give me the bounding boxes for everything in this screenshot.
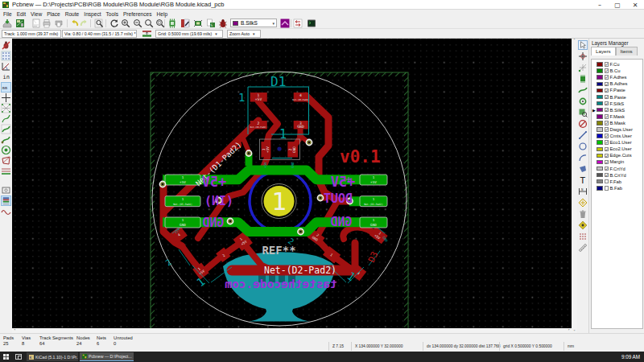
- drc-off-icon[interactable]: [1, 40, 11, 51]
- layer-row[interactable]: Cmts.User: [592, 133, 642, 139]
- taskbar-pcbnew-button[interactable]: Pcbnew — D:\Project...: [80, 352, 134, 361]
- vertical-scrollbar[interactable]: ˄ ˅: [572, 39, 577, 333]
- layer-row-selected[interactable]: ▶B.SilkS: [592, 107, 642, 113]
- layer-row[interactable]: F.SilkS: [592, 101, 642, 107]
- highlight-net-tool-icon[interactable]: [578, 51, 588, 61]
- menu-place[interactable]: Place: [47, 11, 60, 17]
- layer-visibility-checkbox[interactable]: [605, 95, 609, 100]
- layer-row[interactable]: F.Fab: [592, 179, 642, 185]
- layer-row[interactable]: B.Cu: [592, 68, 642, 74]
- layer-visibility-checkbox[interactable]: [605, 179, 609, 184]
- layer-row[interactable]: B.CrtYd: [592, 172, 642, 179]
- layer-row[interactable]: Edge.Cuts: [592, 152, 642, 158]
- add-footprint-icon[interactable]: [578, 74, 588, 84]
- grid-dropdown[interactable]: Grid: 0.5000 mm (19.69 mils) ▾: [155, 30, 223, 38]
- add-text-icon[interactable]: T: [578, 175, 588, 185]
- layers-manager-toggle-icon[interactable]: [280, 19, 290, 28]
- start-button[interactable]: [3, 354, 9, 360]
- maximize-button[interactable]: ▢: [609, 0, 626, 10]
- drill-origin-icon[interactable]: [578, 220, 588, 230]
- add-arc-icon[interactable]: [578, 153, 588, 162]
- menu-view[interactable]: View: [31, 11, 42, 17]
- layer-row[interactable]: F.Cu: [592, 61, 642, 68]
- polar-coords-icon[interactable]: [1, 61, 11, 72]
- board-setup-icon[interactable]: [15, 19, 25, 28]
- cursor-shape-icon[interactable]: [1, 93, 11, 103]
- via-size-dropdown[interactable]: Via: 0.80 / 0.40 mm (31.5 / 15.7 mils) *…: [62, 30, 137, 38]
- scroll-left-icon[interactable]: ˂: [14, 329, 16, 332]
- layer-row[interactable]: B.Adhes: [592, 80, 642, 87]
- python-console-icon[interactable]: [307, 19, 316, 28]
- outline-mode-icon[interactable]: [1, 206, 11, 216]
- zoom-fit-icon[interactable]: [144, 19, 154, 28]
- curved-ratsnest-icon[interactable]: [1, 113, 11, 124]
- zoom-dropdown[interactable]: Zoom Auto ▾: [227, 30, 261, 38]
- footprint-editor-icon[interactable]: [167, 19, 177, 28]
- pads-sketch-icon[interactable]: [1, 185, 11, 195]
- add-dimension-icon[interactable]: N: [578, 187, 588, 196]
- zone-unfill-icon[interactable]: [1, 155, 11, 166]
- menu-preferences[interactable]: Preferences: [123, 11, 152, 17]
- layer-row[interactable]: Margin: [592, 158, 642, 165]
- zone-fill-icon[interactable]: [1, 145, 11, 155]
- highlight-net-icon[interactable]: [1, 124, 11, 134]
- menu-tools[interactable]: Tools: [106, 11, 118, 17]
- redo-icon[interactable]: [79, 19, 89, 28]
- add-circle-icon[interactable]: [578, 142, 588, 151]
- save-icon[interactable]: [2, 19, 12, 28]
- layer-visibility-checkbox[interactable]: [605, 134, 609, 138]
- add-keepout-icon[interactable]: [578, 119, 588, 129]
- plot-icon[interactable]: [54, 19, 64, 28]
- delete-tool-icon[interactable]: [578, 209, 588, 219]
- layer-visibility-checkbox[interactable]: [605, 167, 609, 171]
- menu-edit[interactable]: Edit: [17, 11, 26, 17]
- page-settings-icon[interactable]: [31, 19, 41, 28]
- ratsnest-visibility-icon[interactable]: [1, 103, 11, 113]
- layer-visibility-checkbox[interactable]: [605, 108, 609, 113]
- track-width-dropdown[interactable]: Track: 1.000 mm (39.37 mils) ▾: [2, 30, 61, 38]
- menu-inspect[interactable]: Inspect: [84, 11, 101, 17]
- layer-row[interactable]: Eco2.User: [592, 146, 642, 152]
- layer-row[interactable]: F.Adhes: [592, 74, 642, 80]
- layer-visibility-checkbox[interactable]: [605, 121, 609, 125]
- layer-visibility-checkbox[interactable]: [605, 186, 609, 191]
- layer-row[interactable]: Eco1.User: [592, 139, 642, 146]
- add-zone-icon[interactable]: [578, 108, 588, 117]
- layer-visibility-checkbox[interactable]: [605, 62, 609, 67]
- units-inch-icon[interactable]: in: [1, 72, 11, 82]
- refresh-icon[interactable]: [109, 19, 119, 28]
- add-target-icon[interactable]: [578, 198, 588, 208]
- tracks-sketch-icon[interactable]: [1, 166, 11, 176]
- layer-visibility-checkbox[interactable]: [605, 114, 609, 119]
- units-mm-icon[interactable]: mm: [1, 82, 11, 93]
- measure-tool-icon[interactable]: [578, 243, 588, 253]
- update-pcb-icon[interactable]: [193, 19, 203, 28]
- auto-track-width-icon[interactable]: [142, 29, 152, 39]
- print-icon[interactable]: [42, 19, 52, 28]
- drag-track-icon[interactable]: [1, 134, 11, 145]
- zoom-out-icon[interactable]: [133, 19, 142, 28]
- close-button[interactable]: ✕: [626, 0, 644, 10]
- add-line-icon[interactable]: [578, 130, 588, 140]
- layer-visibility-checkbox[interactable]: [605, 140, 609, 145]
- tab-items[interactable]: Items: [616, 47, 638, 56]
- tab-layers[interactable]: Layers: [591, 47, 616, 56]
- layer-visibility-checkbox[interactable]: [605, 68, 609, 73]
- import-netlist-icon[interactable]: S: [206, 19, 216, 28]
- layer-row[interactable]: B.Mask: [592, 120, 642, 126]
- swap-footprints-icon[interactable]: [293, 19, 303, 28]
- layer-visibility-checkbox[interactable]: [605, 173, 609, 178]
- layer-visibility-checkbox[interactable]: [605, 82, 609, 87]
- add-polygon-icon[interactable]: [578, 164, 588, 174]
- find-icon[interactable]: [94, 19, 104, 28]
- layer-row[interactable]: F.Mask: [592, 113, 642, 120]
- add-via-icon[interactable]: [578, 97, 588, 106]
- layer-row[interactable]: Dwgs.User: [592, 126, 642, 133]
- layer-visibility-checkbox[interactable]: [605, 88, 609, 93]
- scroll-up-icon[interactable]: ˄: [573, 39, 576, 42]
- layer-visibility-checkbox[interactable]: [605, 75, 609, 80]
- layer-visibility-checkbox[interactable]: [605, 160, 609, 165]
- menu-help[interactable]: Help: [157, 11, 168, 17]
- layer-visibility-checkbox[interactable]: [605, 147, 609, 152]
- layer-row[interactable]: F.Paste: [592, 87, 642, 93]
